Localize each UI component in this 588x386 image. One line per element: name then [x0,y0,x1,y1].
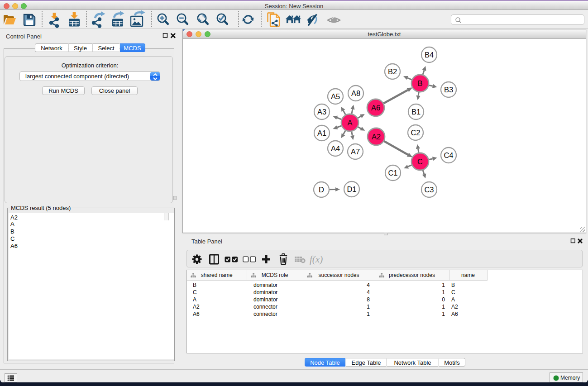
svg-text:C1: C1 [388,169,397,177]
svg-text:A5: A5 [331,92,340,100]
svg-text:B3: B3 [444,86,453,94]
svg-text:A1: A1 [317,129,326,137]
svg-text:C: C [417,157,423,166]
svg-text:D1: D1 [347,185,356,193]
svg-text:D: D [319,186,324,194]
svg-text:A8: A8 [351,89,360,97]
svg-text:B4: B4 [425,51,434,59]
svg-text:A2: A2 [372,133,381,141]
svg-text:B: B [417,79,422,87]
svg-text:A3: A3 [317,108,326,116]
svg-text:f(x): f(x) [310,254,323,265]
svg-text:B2: B2 [388,67,397,76]
svg-text:A7: A7 [351,148,360,156]
svg-text:A: A [347,119,352,127]
svg-text:B1: B1 [411,108,421,116]
svg-text:C4: C4 [444,151,453,159]
svg-text:C3: C3 [424,186,434,194]
svg-text:A4: A4 [331,144,340,152]
svg-text:A6: A6 [371,104,380,112]
svg-text:C2: C2 [411,129,420,137]
